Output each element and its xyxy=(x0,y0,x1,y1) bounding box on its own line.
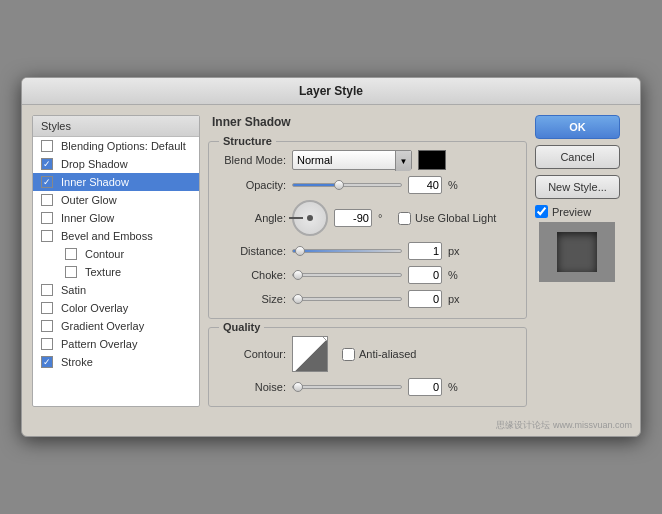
angle-line xyxy=(289,217,303,219)
opacity-unit: % xyxy=(448,179,462,191)
angle-dot xyxy=(307,215,313,221)
dialog-title: Layer Style xyxy=(22,78,640,105)
contour-checkbox xyxy=(65,248,77,260)
size-slider-thumb[interactable] xyxy=(293,294,303,304)
choke-input[interactable] xyxy=(408,266,442,284)
sidebar-item-color-overlay[interactable]: Color Overlay xyxy=(33,299,199,317)
blend-mode-color-swatch[interactable] xyxy=(418,150,446,170)
preview-checkbox[interactable] xyxy=(535,205,548,218)
noise-input[interactable] xyxy=(408,378,442,396)
color-overlay-checkbox xyxy=(41,302,53,314)
choke-slider[interactable] xyxy=(292,273,402,277)
blend-mode-select[interactable]: Normal ▼ xyxy=(292,150,412,170)
size-input[interactable] xyxy=(408,290,442,308)
choke-label: Choke: xyxy=(221,269,286,281)
sidebar-item-inner-shadow[interactable]: Inner Shadow xyxy=(33,173,199,191)
inner-glow-checkbox xyxy=(41,212,53,224)
action-panel: OK Cancel New Style... Preview xyxy=(535,115,630,407)
blend-mode-row: Blend Mode: Normal ▼ xyxy=(221,150,514,170)
sidebar-item-gradient-overlay[interactable]: Gradient Overlay xyxy=(33,317,199,335)
opacity-slider-container xyxy=(292,183,402,187)
outer-glow-checkbox xyxy=(41,194,53,206)
styles-panel: Styles Blending Options: Default Drop Sh… xyxy=(32,115,200,407)
inner-shadow-checkbox xyxy=(41,176,53,188)
gradient-overlay-checkbox xyxy=(41,320,53,332)
noise-slider[interactable] xyxy=(292,385,402,389)
noise-label: Noise: xyxy=(221,381,286,393)
quality-label: Quality xyxy=(219,321,264,333)
choke-row: Choke: % xyxy=(221,266,514,284)
new-style-button[interactable]: New Style... xyxy=(535,175,620,199)
distance-slider-thumb[interactable] xyxy=(295,246,305,256)
anti-aliased-checkbox[interactable] xyxy=(342,348,355,361)
bevel-emboss-checkbox xyxy=(41,230,53,242)
choke-unit: % xyxy=(448,269,462,281)
angle-unit: ° xyxy=(378,212,392,224)
opacity-input[interactable] xyxy=(408,176,442,194)
quality-section: Quality Contour: Anti-alias xyxy=(208,327,527,407)
contour-row: Contour: Anti-aliased xyxy=(221,336,514,372)
opacity-slider-thumb[interactable] xyxy=(334,180,344,190)
sidebar-item-stroke[interactable]: Stroke xyxy=(33,353,199,371)
styles-header: Styles xyxy=(33,116,199,137)
angle-dial[interactable] xyxy=(292,200,328,236)
distance-row: Distance: px xyxy=(221,242,514,260)
angle-label: Angle: xyxy=(221,212,286,224)
sidebar-item-contour[interactable]: Contour xyxy=(33,245,199,263)
size-slider-container xyxy=(292,297,402,301)
sidebar-item-blending-options[interactable]: Blending Options: Default xyxy=(33,137,199,155)
contour-icon xyxy=(293,337,328,372)
texture-checkbox xyxy=(65,266,77,278)
distance-label: Distance: xyxy=(221,245,286,257)
watermark: 思缘设计论坛 www.missvuan.com xyxy=(22,417,640,436)
layer-style-dialog: Layer Style Styles Blending Options: Def… xyxy=(21,77,641,437)
size-unit: px xyxy=(448,293,462,305)
sidebar-item-satin[interactable]: Satin xyxy=(33,281,199,299)
angle-input[interactable] xyxy=(334,209,372,227)
sidebar-item-inner-glow[interactable]: Inner Glow xyxy=(33,209,199,227)
size-label: Size: xyxy=(221,293,286,305)
anti-aliased-label[interactable]: Anti-aliased xyxy=(342,348,416,361)
blend-mode-label: Blend Mode: xyxy=(221,154,286,166)
preview-section: Preview xyxy=(535,205,630,282)
preview-label: Preview xyxy=(535,205,591,218)
noise-slider-container xyxy=(292,385,402,389)
cancel-button[interactable]: Cancel xyxy=(535,145,620,169)
sidebar-item-bevel-emboss[interactable]: Bevel and Emboss xyxy=(33,227,199,245)
drop-shadow-checkbox xyxy=(41,158,53,170)
contour-label: Contour: xyxy=(221,348,286,360)
size-row: Size: px xyxy=(221,290,514,308)
opacity-row: Opacity: % xyxy=(221,176,514,194)
ok-button[interactable]: OK xyxy=(535,115,620,139)
distance-slider-container xyxy=(292,249,402,253)
pattern-overlay-checkbox xyxy=(41,338,53,350)
opacity-slider[interactable] xyxy=(292,183,402,187)
structure-label: Structure xyxy=(219,135,276,147)
noise-slider-thumb[interactable] xyxy=(293,382,303,392)
angle-row: Angle: ° Use Global Light xyxy=(221,200,514,236)
choke-slider-thumb[interactable] xyxy=(293,270,303,280)
sidebar-item-outer-glow[interactable]: Outer Glow xyxy=(33,191,199,209)
distance-input[interactable] xyxy=(408,242,442,260)
panel-title: Inner Shadow xyxy=(212,115,527,129)
choke-slider-container xyxy=(292,273,402,277)
satin-checkbox xyxy=(41,284,53,296)
noise-row: Noise: % xyxy=(221,378,514,396)
contour-preview[interactable] xyxy=(292,336,328,372)
distance-slider[interactable] xyxy=(292,249,402,253)
use-global-light-label[interactable]: Use Global Light xyxy=(398,212,496,225)
blending-options-checkbox xyxy=(41,140,53,152)
settings-panel: Inner Shadow Structure Blend Mode: Norma… xyxy=(208,115,527,407)
structure-section: Structure Blend Mode: Normal ▼ Opacity: xyxy=(208,141,527,319)
use-global-light-checkbox[interactable] xyxy=(398,212,411,225)
noise-unit: % xyxy=(448,381,462,393)
angle-control: ° Use Global Light xyxy=(292,200,496,236)
blend-mode-arrow: ▼ xyxy=(395,151,411,171)
sidebar-item-pattern-overlay[interactable]: Pattern Overlay xyxy=(33,335,199,353)
sidebar-item-texture[interactable]: Texture xyxy=(33,263,199,281)
sidebar-item-drop-shadow[interactable]: Drop Shadow xyxy=(33,155,199,173)
preview-inner xyxy=(557,232,597,272)
size-slider[interactable] xyxy=(292,297,402,301)
stroke-checkbox xyxy=(41,356,53,368)
preview-box xyxy=(539,222,615,282)
